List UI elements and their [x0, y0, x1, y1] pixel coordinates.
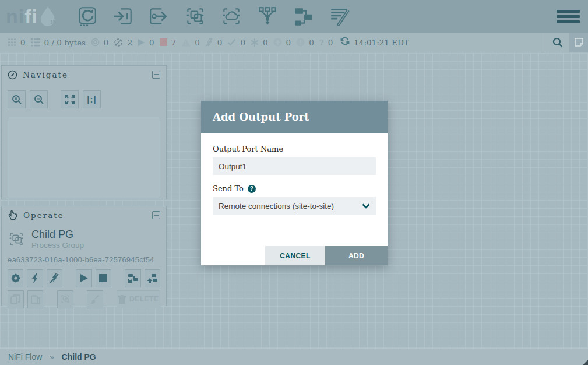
flow-upload-icon [147, 273, 158, 283]
help-icon[interactable]: ? [248, 185, 256, 193]
locally-modified-stale-status: 0 [296, 38, 314, 47]
compass-icon [8, 70, 17, 80]
paste-button [27, 290, 44, 308]
threads-grid-icon [8, 38, 16, 47]
selected-component-name: Child PG [31, 229, 84, 241]
not-transmitting-status: 2 [114, 38, 132, 47]
play-icon [80, 273, 89, 283]
stale-arrow-icon [273, 38, 282, 47]
start-button[interactable] [76, 269, 91, 287]
sync-failure-question-icon: ? [319, 38, 324, 47]
zoom-actual-size-button[interactable]: |:| [83, 90, 101, 108]
processor-icon[interactable] [75, 5, 98, 28]
process-group-badge-icon [8, 230, 25, 248]
operate-collapse-button[interactable] [152, 211, 160, 219]
not-transmitting-icon [114, 38, 123, 47]
stopped-status: 7 [160, 38, 177, 47]
disabled-bolt-icon [205, 38, 213, 47]
breadcrumb-root-link[interactable]: NiFi Flow [8, 352, 42, 362]
search-button[interactable] [545, 33, 569, 52]
navigate-collapse-button[interactable] [152, 71, 160, 79]
selected-component-id: ea633723-016a-1000-b6ea-72576945cf54 [2, 251, 166, 266]
template-icon[interactable] [292, 5, 315, 28]
gear-icon [10, 273, 21, 283]
sticky-note-icon [574, 37, 584, 47]
resize-corner [583, 360, 588, 365]
component-toolbar [75, 5, 351, 28]
paint-brush-icon [90, 294, 100, 304]
bolt-slash-icon [50, 273, 59, 283]
last-refreshed: 14:01:21 EDT [340, 37, 409, 48]
label-icon[interactable] [328, 5, 351, 28]
disable-button[interactable] [47, 269, 62, 287]
flow-save-icon [128, 273, 139, 283]
zoom-in-button[interactable] [8, 90, 26, 108]
hand-pointer-icon [8, 210, 18, 220]
nifi-logo-text-fi: fi [24, 5, 38, 28]
nifi-logo-text-ni: ni [6, 5, 24, 28]
zoom-fit-button[interactable] [61, 90, 79, 108]
process-group-icon[interactable] [184, 5, 207, 28]
input-port-icon[interactable] [111, 5, 135, 28]
change-color-button [87, 290, 103, 308]
upload-flow-button[interactable] [145, 269, 160, 287]
cancel-button[interactable]: CANCEL [265, 246, 325, 265]
bulletin-note-button[interactable] [569, 33, 588, 52]
group-button [57, 290, 73, 308]
navigate-panel: Navigate |:| [1, 65, 167, 199]
transmitting-status: 0 [91, 38, 109, 47]
output-port-name-label: Output Port Name [213, 145, 376, 153]
configure-button[interactable] [8, 269, 23, 287]
global-menu-button[interactable] [557, 6, 580, 27]
stop-icon [99, 274, 107, 282]
navigate-panel-title: Navigate [23, 70, 152, 79]
running-play-icon [138, 38, 145, 47]
nifi-drop-icon [38, 5, 58, 28]
copy-button [8, 290, 24, 308]
send-to-label: Send To ? [213, 184, 376, 193]
output-port-name-input[interactable] [213, 157, 376, 175]
send-to-dropdown[interactable]: Remote connections (site-to-site) [213, 197, 376, 215]
add-button[interactable]: ADD [325, 246, 388, 265]
delete-button: DELETE [117, 290, 160, 308]
enable-button[interactable] [27, 269, 43, 287]
stopped-square-icon [160, 38, 167, 46]
selected-component-type: Process Group [31, 241, 84, 250]
invalid-status: 0 [181, 38, 200, 47]
operate-panel: Operate Child PG Process Group ea633723-… [1, 206, 167, 306]
modified-stale-exclamation-icon [296, 38, 305, 47]
search-icon [552, 37, 563, 48]
trash-icon [118, 295, 126, 304]
paste-icon [30, 294, 40, 304]
dialog-header: Add Output Port [201, 101, 388, 133]
breadcrumb: NiFi Flow » Child PG [0, 348, 588, 365]
birdseye-view[interactable] [8, 117, 160, 198]
breadcrumb-separator: » [50, 353, 54, 362]
up-to-date-check-icon [227, 38, 236, 46]
output-port-icon[interactable] [147, 5, 171, 28]
nifi-logo: nifi [6, 5, 67, 28]
queued-list-icon [31, 38, 40, 47]
save-flow-version-button[interactable] [125, 269, 140, 287]
breadcrumb-current: Child PG [62, 352, 96, 362]
send-to-selected-value: Remote connections (site-to-site) [219, 202, 362, 210]
flow-status-bar: 0 0 / 0 bytes 0 [0, 33, 588, 52]
active-threads-status: 0 [8, 38, 26, 47]
dialog-title: Add Output Port [213, 111, 309, 123]
remote-process-group-icon[interactable] [220, 5, 243, 28]
add-output-port-dialog: Add Output Port Output Port Name Send To… [201, 101, 388, 265]
invalid-triangle-icon [181, 38, 191, 47]
app-header: nifi [0, 0, 588, 33]
operate-panel-title: Operate [23, 210, 152, 220]
copy-icon [10, 294, 20, 304]
group-icon [60, 294, 71, 304]
locally-modified-status: 0 [251, 38, 268, 47]
queued-status: 0 / 0 bytes [31, 38, 86, 47]
stale-status: 0 [273, 38, 291, 47]
funnel-icon[interactable] [256, 5, 279, 28]
zoom-out-button[interactable] [30, 90, 48, 108]
stop-button[interactable] [96, 269, 111, 287]
disabled-status: 0 [205, 38, 223, 47]
refresh-icon[interactable] [340, 37, 350, 48]
locally-modified-asterisk-icon [251, 38, 259, 47]
